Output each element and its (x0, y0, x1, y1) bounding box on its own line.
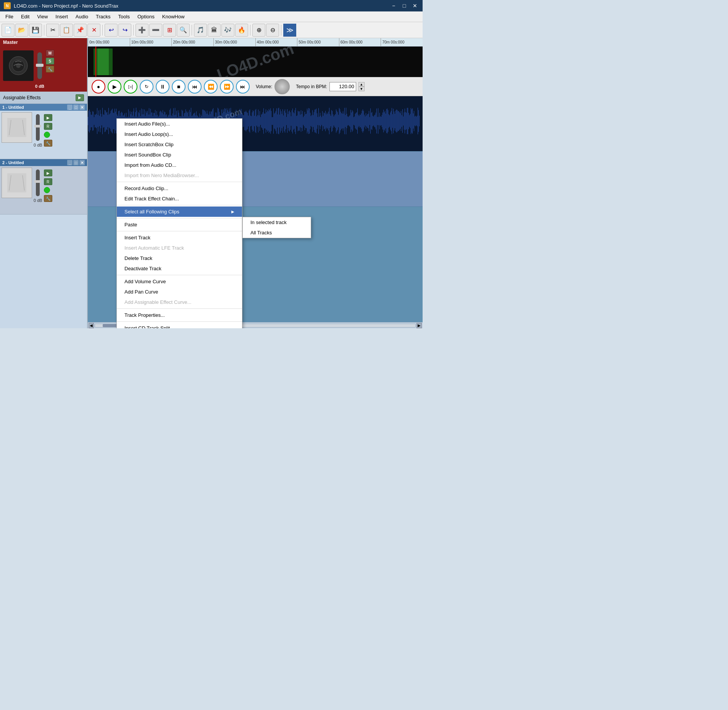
menu-tools[interactable]: Tools (115, 12, 134, 21)
cm-track-properties[interactable]: Track Properties... (117, 310, 242, 320)
tempo-down-button[interactable]: ▼ (358, 87, 365, 91)
extra-button[interactable]: ≫ (283, 24, 296, 37)
open-button[interactable]: 📂 (15, 24, 28, 37)
track-2-tool-button[interactable]: 🔧 (44, 195, 52, 202)
effects-add-button[interactable]: ▶ (76, 94, 84, 101)
rewind-button[interactable]: ⏪ (204, 80, 218, 94)
record-button[interactable]: ● (92, 80, 105, 94)
cm-import-audio-cd[interactable]: Import from Audio CD... (117, 160, 242, 170)
cm-insert-audio-loop[interactable]: Insert Audio Loop(s)... (117, 129, 242, 139)
track-2-fader-thumb[interactable] (34, 180, 41, 183)
scroll-left-button[interactable]: ◀ (89, 323, 94, 328)
tempo-section: Tempo in BPM: ▲ ▼ (296, 82, 364, 91)
cm-insert-scratchbox[interactable]: Insert ScratchBox Clip (117, 139, 242, 150)
delete-button[interactable]: ✕ (87, 24, 100, 37)
menu-file[interactable]: File (2, 12, 17, 21)
track-1-maximize-button[interactable]: □ (73, 105, 79, 110)
loop-button[interactable]: ↻ (140, 80, 153, 94)
menu-edit[interactable]: Edit (17, 12, 33, 21)
track-1-rec-button[interactable]: R (44, 123, 52, 130)
master-fader-thumb[interactable] (36, 64, 44, 67)
svg-rect-337 (337, 112, 338, 130)
remove-button[interactable]: ➖ (149, 24, 162, 37)
tempo-input[interactable] (329, 82, 356, 91)
pause-button[interactable]: ⏸ (156, 80, 169, 94)
save-button[interactable]: 💾 (29, 24, 42, 37)
master-fader[interactable] (37, 52, 42, 79)
cm-insert-soundbox[interactable]: Insert SoundBox Clip (117, 150, 242, 160)
track-1-close-button[interactable]: ✕ (79, 105, 85, 110)
redo-button[interactable]: ↪ (118, 24, 131, 37)
svg-rect-297 (307, 108, 307, 133)
track-1-minimize-button[interactable]: _ (67, 105, 73, 110)
cm-insert-track[interactable]: Insert Track (117, 232, 242, 243)
new-button[interactable]: 📄 (2, 24, 15, 37)
menu-options[interactable]: Options (134, 12, 158, 21)
volume-knob[interactable] (274, 79, 290, 94)
track-2-rec-button[interactable]: R (44, 178, 52, 185)
undo-button[interactable]: ↩ (105, 24, 118, 37)
effects-button[interactable]: 🎶 (221, 24, 234, 37)
cm-edit-track-effect[interactable]: Edit Track Effect Chain... (117, 194, 242, 204)
cm-add-pan-curve[interactable]: Add Pan Curve (117, 287, 242, 297)
track-2-close-button[interactable]: ✕ (79, 160, 85, 165)
track-2-maximize-button[interactable]: □ (73, 160, 79, 165)
menu-view[interactable]: View (33, 12, 52, 21)
svg-rect-416 (398, 111, 398, 131)
add-button[interactable]: ➕ (136, 24, 149, 37)
app-icon: N (4, 2, 11, 9)
snap-button[interactable]: ⊞ (163, 24, 176, 37)
fast-forward-button[interactable]: ⏩ (220, 80, 234, 94)
track-2-fader[interactable] (36, 169, 40, 196)
left-panel: Master 0 dB (0, 38, 88, 328)
track-1-play-button[interactable]: ▶ (44, 114, 52, 121)
cm-insert-audio-files[interactable]: Insert Audio File(s)... (117, 119, 242, 129)
master-solo-button[interactable]: S (46, 58, 54, 65)
maximize-button[interactable]: □ (400, 2, 408, 10)
cm-record-audio-clip[interactable]: Record Audio Clip... (117, 183, 242, 194)
copy-button[interactable]: 📋 (60, 24, 73, 37)
zoom-in-button[interactable]: ⊕ (252, 24, 265, 37)
paste-button[interactable]: 📌 (74, 24, 87, 37)
svg-rect-288 (300, 115, 300, 127)
cut-button[interactable]: ✂ (46, 24, 59, 37)
library-button[interactable]: 🏛 (208, 24, 221, 37)
track-1-fader-thumb[interactable] (34, 125, 41, 127)
menu-knowhow[interactable]: KnowHow (158, 12, 189, 21)
cm-insert-cd-track-split[interactable]: Insert CD Track Split (117, 323, 242, 328)
menu-insert[interactable]: Insert (52, 12, 72, 21)
close-button[interactable]: ✕ (411, 2, 419, 10)
track-2-active-indicator[interactable] (44, 187, 50, 193)
master-tool-button[interactable]: 🔧 (46, 66, 54, 73)
tempo-up-button[interactable]: ▲ (358, 82, 365, 87)
menu-audio[interactable]: Audio (72, 12, 92, 21)
cm-paste[interactable]: Paste (117, 219, 242, 230)
loop-play-button[interactable]: ▷| (124, 80, 137, 94)
sm-all-tracks[interactable]: All Tracks (243, 228, 311, 238)
scroll-right-button[interactable]: ▶ (416, 323, 422, 328)
track-2-play-button[interactable]: ▶ (44, 169, 52, 176)
play-button[interactable]: ▶ (108, 80, 121, 94)
cm-deactivate-track[interactable]: Deactivate Track (117, 263, 242, 274)
track-2-artwork (2, 168, 32, 198)
menu-tracks[interactable]: Tracks (92, 12, 115, 21)
zoom-out-button[interactable]: ⊖ (266, 24, 279, 37)
track-2-inner: 0 dB ▶ R 🔧 (0, 166, 87, 210)
minimize-button[interactable]: − (390, 2, 397, 10)
sm-in-selected-track[interactable]: In selected track (243, 217, 311, 228)
to-start-button[interactable]: ⏮ (188, 80, 202, 94)
fx-button[interactable]: 🔥 (235, 24, 248, 37)
track-2-minimize-button[interactable]: _ (67, 160, 73, 165)
master-mute-button[interactable]: M (46, 50, 54, 56)
to-end-button[interactable]: ⏭ (236, 80, 250, 94)
track-1-fader[interactable] (36, 114, 40, 141)
cm-delete-track[interactable]: Delete Track (117, 253, 242, 263)
instrument-button[interactable]: 🎵 (194, 24, 207, 37)
cm-add-volume-curve[interactable]: Add Volume Curve (117, 276, 242, 287)
track-1-tool-button[interactable]: 🔧 (44, 140, 52, 147)
zoom-button[interactable]: 🔍 (177, 24, 190, 37)
stop-button[interactable]: ■ (172, 80, 186, 94)
svg-rect-293 (304, 116, 304, 126)
cm-select-all-following[interactable]: Select all Following Clips ▶ (117, 207, 242, 217)
track-1-active-indicator[interactable] (44, 132, 50, 138)
